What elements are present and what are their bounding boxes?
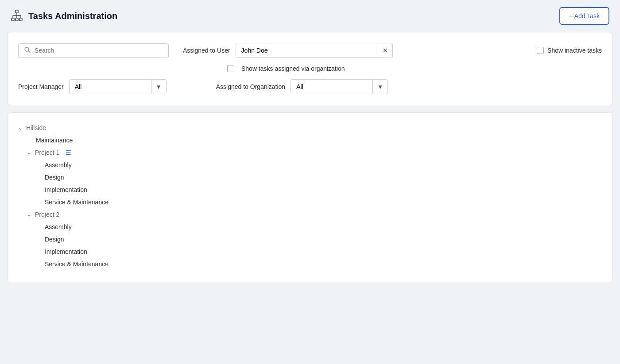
show-inactive-container[interactable]: Show inactive tasks bbox=[537, 47, 602, 54]
tree-subgroup-project2-header[interactable]: ⌄ Project 2 bbox=[27, 208, 602, 221]
filter-row-3: Project Manager ▼ Assigned to Organizati… bbox=[18, 79, 602, 94]
svg-rect-1 bbox=[12, 18, 14, 21]
list-item: Implementation bbox=[27, 184, 602, 196]
svg-rect-0 bbox=[16, 10, 18, 13]
chevron-down-icon: ⌄ bbox=[27, 211, 31, 218]
tree-subgroup-project1-header[interactable]: ⌄ Project 1 ☰ bbox=[27, 146, 602, 159]
list-item: Service & Maintenance bbox=[27, 258, 602, 270]
list-item: Assembly bbox=[27, 221, 602, 233]
tree-subgroup-project1: ⌄ Project 1 ☰ Assembly Design Implementa… bbox=[27, 146, 602, 208]
assigned-user-label: Assigned to User bbox=[183, 47, 230, 54]
show-inactive-checkbox[interactable] bbox=[537, 47, 544, 54]
project-manager-label: Project Manager bbox=[18, 83, 64, 90]
filter-panel: Assigned to User ✕ Show inactive tasks S… bbox=[7, 32, 613, 105]
show-org-tasks-label: Show tasks assigned via organization bbox=[241, 65, 345, 72]
svg-rect-2 bbox=[16, 18, 18, 21]
chevron-down-icon: ⌄ bbox=[27, 149, 31, 156]
network-icon bbox=[11, 9, 23, 23]
svg-line-10 bbox=[28, 51, 30, 53]
search-input[interactable] bbox=[35, 47, 163, 54]
tree-group-hillside-header[interactable]: ⌄ Hillside bbox=[18, 122, 602, 134]
assigned-user-field: ✕ bbox=[236, 43, 393, 58]
header: Tasks Administration + Add Task bbox=[0, 0, 620, 32]
project-manager-dropdown-button[interactable]: ▼ bbox=[151, 80, 166, 94]
assigned-user-group: Assigned to User ✕ bbox=[183, 43, 393, 58]
search-icon bbox=[24, 46, 31, 55]
assigned-org-select[interactable] bbox=[291, 80, 372, 94]
page-title: Tasks Administration bbox=[28, 11, 117, 21]
svg-rect-3 bbox=[19, 18, 22, 21]
search-container bbox=[18, 43, 169, 58]
chevron-down-icon: ⌄ bbox=[18, 125, 23, 131]
filter-row-2: Show tasks assigned via organization bbox=[18, 65, 602, 72]
assigned-org-label: Assigned to Organization bbox=[216, 83, 285, 91]
list-item: Design bbox=[27, 233, 602, 245]
list-item: Implementation bbox=[27, 245, 602, 258]
list-item: Service & Maintenance bbox=[27, 196, 602, 208]
assigned-org-select-wrapper: ▼ bbox=[291, 79, 388, 94]
list-item: Maintainance bbox=[18, 134, 602, 146]
clear-assigned-user-button[interactable]: ✕ bbox=[378, 44, 392, 57]
header-left: Tasks Administration bbox=[11, 9, 117, 23]
assigned-org-group: Assigned to Organization ▼ bbox=[216, 79, 388, 94]
project1-label: Project 1 bbox=[35, 149, 59, 156]
project2-label: Project 2 bbox=[35, 211, 59, 218]
list-item: Assembly bbox=[27, 159, 602, 171]
menu-icon: ☰ bbox=[66, 149, 71, 156]
assigned-org-dropdown-button[interactable]: ▼ bbox=[372, 80, 388, 94]
show-org-tasks-checkbox[interactable] bbox=[227, 65, 234, 72]
add-task-button[interactable]: + Add Task bbox=[559, 7, 609, 25]
show-inactive-label: Show inactive tasks bbox=[547, 47, 602, 54]
project-manager-group: Project Manager ▼ bbox=[18, 79, 167, 94]
project-manager-select[interactable] bbox=[70, 80, 151, 94]
hillside-label: Hillside bbox=[26, 124, 46, 131]
project-manager-select-wrapper: ▼ bbox=[69, 79, 167, 94]
assigned-user-input[interactable] bbox=[236, 43, 378, 57]
list-item: Design bbox=[27, 171, 602, 184]
tree-group-hillside: ⌄ Hillside Maintainance ⌄ Project 1 ☰ As… bbox=[18, 122, 602, 270]
results-panel: ⌄ Hillside Maintainance ⌄ Project 1 ☰ As… bbox=[7, 112, 613, 283]
tree-subgroup-project2: ⌄ Project 2 Assembly Design Implementati… bbox=[27, 208, 602, 270]
